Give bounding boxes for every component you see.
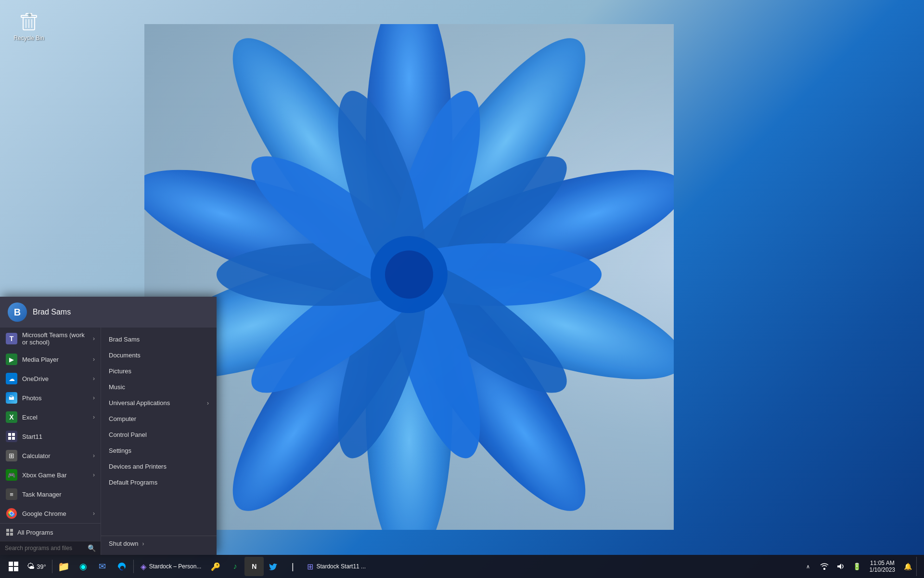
app-item-ms-teams[interactable]: T Microsoft Teams (work or school) › bbox=[0, 328, 101, 350]
universal-apps-arrow: › bbox=[207, 400, 209, 407]
right-item-settings[interactable]: Settings bbox=[101, 443, 217, 459]
weather-temp: 39° bbox=[37, 563, 46, 570]
start-button[interactable] bbox=[4, 557, 23, 576]
taskbar-file-explorer[interactable]: 📁 bbox=[54, 557, 74, 576]
svg-rect-39 bbox=[10, 529, 13, 532]
svg-rect-45 bbox=[14, 567, 18, 571]
start-menu: B Brad Sams T Microsoft Teams (work or s… bbox=[0, 297, 217, 555]
app-item-media-player[interactable]: ▶ Media Player › bbox=[0, 350, 101, 369]
right-item-brad-sams[interactable]: Brad Sams bbox=[101, 331, 217, 347]
app-item-onedrive[interactable]: ☁ OneDrive › bbox=[0, 369, 101, 388]
right-default-programs-label: Default Programs bbox=[109, 479, 157, 486]
weather-widget[interactable]: 🌤 39° bbox=[23, 557, 50, 576]
taskbar-spotify[interactable]: ♪ bbox=[225, 557, 244, 576]
app-item-xbox[interactable]: 🎮 Xbox Game Bar › bbox=[0, 465, 101, 485]
network-icon[interactable] bbox=[817, 557, 832, 576]
taskbar-unknown-blue[interactable]: ◉ bbox=[74, 557, 93, 576]
svg-rect-46 bbox=[823, 568, 825, 570]
app-item-calculator[interactable]: ⊞ Calculator › bbox=[0, 446, 101, 465]
media-player-arrow: › bbox=[93, 356, 95, 363]
photos-icon: 🏔 bbox=[6, 392, 17, 404]
svg-rect-41 bbox=[10, 533, 13, 536]
right-devices-label: Devices and Printers bbox=[109, 463, 167, 470]
taskbar-sep-2 bbox=[133, 560, 134, 573]
volume-icon[interactable] bbox=[833, 557, 848, 576]
show-desktop-button[interactable] bbox=[916, 557, 920, 576]
shutdown-row[interactable]: Shut down › bbox=[101, 536, 217, 551]
start-apps-list: T Microsoft Teams (work or school) › ▶ M… bbox=[0, 328, 101, 555]
media-player-label: Media Player bbox=[22, 356, 59, 363]
ms-teams-arrow: › bbox=[93, 335, 95, 342]
taskbar-keepass[interactable]: 🔑 bbox=[206, 557, 225, 576]
stardock-start11-label: Stardock Start11 ... bbox=[316, 563, 366, 570]
photos-label: Photos bbox=[22, 394, 41, 402]
right-pictures-label: Pictures bbox=[109, 368, 131, 375]
svg-rect-43 bbox=[14, 562, 18, 566]
all-programs-item[interactable]: All Programs bbox=[0, 523, 101, 541]
taskbar-twitter[interactable] bbox=[264, 557, 283, 576]
right-music-label: Music bbox=[109, 383, 125, 391]
shutdown-label: Shut down bbox=[109, 540, 138, 547]
taskbar-mail[interactable]: ✉ bbox=[93, 557, 112, 576]
right-item-computer[interactable]: Computer bbox=[101, 411, 217, 427]
app-item-excel[interactable]: X Excel › bbox=[0, 407, 101, 427]
excel-arrow: › bbox=[93, 414, 95, 420]
search-input[interactable] bbox=[5, 545, 88, 552]
svg-text:♻: ♻ bbox=[27, 13, 31, 17]
start-content: T Microsoft Teams (work or school) › ▶ M… bbox=[0, 328, 217, 555]
start-user-header[interactable]: B Brad Sams bbox=[0, 297, 217, 328]
right-item-control-panel[interactable]: Control Panel bbox=[101, 427, 217, 443]
svg-rect-44 bbox=[9, 567, 13, 571]
app-item-start11[interactable]: Start11 bbox=[0, 427, 101, 446]
clock-time: 11:05 AM bbox=[870, 560, 895, 566]
stardock-start11-icon: ⊞ bbox=[307, 562, 313, 571]
recycle-bin-label: Recycle Bin bbox=[13, 35, 44, 41]
start-search-bar[interactable]: 🔍 bbox=[0, 541, 101, 555]
user-avatar: B bbox=[8, 302, 27, 322]
taskbar-bar-app[interactable]: | bbox=[283, 557, 302, 576]
taskbar-stardock-person[interactable]: ◈ Stardock – Person... bbox=[136, 557, 206, 576]
onedrive-arrow: › bbox=[93, 375, 95, 382]
all-programs-label: All Programs bbox=[17, 529, 53, 536]
right-item-devices-printers[interactable]: Devices and Printers bbox=[101, 459, 217, 474]
calculator-label: Calculator bbox=[22, 452, 51, 460]
user-name: Brad Sams bbox=[33, 308, 71, 316]
app-item-task-manager[interactable]: ≡ Task Manager bbox=[0, 485, 101, 504]
media-player-icon: ▶ bbox=[6, 354, 17, 365]
recycle-bin-svg: ♻ bbox=[19, 11, 38, 32]
svg-point-22 bbox=[385, 250, 433, 299]
right-item-pictures[interactable]: Pictures bbox=[101, 363, 217, 379]
shutdown-arrow: › bbox=[142, 540, 144, 547]
right-item-music[interactable]: Music bbox=[101, 379, 217, 395]
svg-point-37 bbox=[10, 512, 13, 515]
search-icon[interactable]: 🔍 bbox=[88, 544, 96, 552]
calculator-icon: ⊞ bbox=[6, 450, 17, 461]
right-computer-label: Computer bbox=[109, 415, 136, 422]
app-item-photos[interactable]: 🏔 Photos › bbox=[0, 388, 101, 407]
taskbar-edge[interactable] bbox=[112, 557, 131, 576]
onedrive-label: OneDrive bbox=[22, 375, 49, 382]
calculator-arrow: › bbox=[93, 452, 95, 459]
battery-icon[interactable]: 🔋 bbox=[849, 557, 865, 576]
clock-display[interactable]: 11:05 AM 1/10/2023 bbox=[866, 557, 899, 576]
recycle-bin-icon[interactable]: ♻ Recycle Bin bbox=[10, 10, 48, 41]
right-item-default-programs[interactable]: Default Programs bbox=[101, 474, 217, 490]
svg-rect-40 bbox=[6, 533, 9, 536]
taskbar-notable[interactable]: N bbox=[244, 557, 264, 576]
right-item-universal-apps[interactable]: Universal Applications › bbox=[101, 395, 217, 411]
taskbar-stardock-start11[interactable]: ⊞ Stardock Start11 ... bbox=[302, 557, 371, 576]
svg-rect-31 bbox=[12, 433, 15, 436]
svg-rect-33 bbox=[12, 437, 15, 440]
app-item-chrome[interactable]: Google Chrome › bbox=[0, 504, 101, 523]
show-hidden-icons-button[interactable]: ∧ bbox=[800, 557, 816, 576]
xbox-icon: 🎮 bbox=[6, 469, 17, 481]
svg-rect-38 bbox=[6, 529, 9, 532]
photos-arrow: › bbox=[93, 394, 95, 401]
right-brad-sams-label: Brad Sams bbox=[109, 336, 140, 343]
clock-date: 1/10/2023 bbox=[870, 566, 895, 573]
chrome-arrow: › bbox=[93, 510, 95, 517]
notifications-icon[interactable]: 🔔 bbox=[900, 557, 915, 576]
right-item-documents[interactable]: Documents bbox=[101, 347, 217, 363]
chrome-icon bbox=[6, 508, 17, 519]
task-manager-label: Task Manager bbox=[22, 491, 62, 498]
